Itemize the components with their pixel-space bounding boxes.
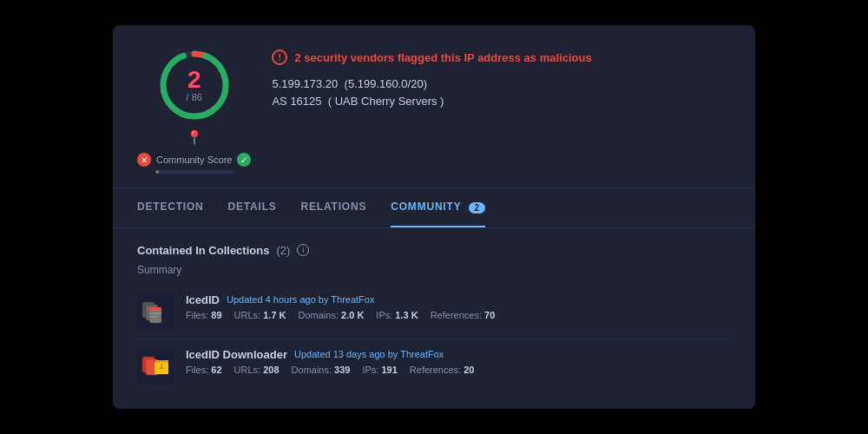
score-area: 2 / 86 📍 ✕ Community Score ✓ [137,46,251,174]
collection-item: IcedID Updated 4 hours ago by ThreatFox … [137,285,731,339]
icedid-downloader-update: Updated 13 days ago by ThreatFox [294,349,444,359]
alert-row: ! 2 security vendors flagged this IP add… [272,49,731,65]
svg-rect-7 [149,312,161,314]
info-area: ! 2 security vendors flagged this IP add… [272,46,731,174]
section-header: Contained In Collections (2) i [137,244,731,257]
icedid-downloader-icon [137,348,174,385]
check-icon: ✓ [237,153,251,167]
ip-address: 5.199.173.20 (5.199.160.0/20) [272,77,731,90]
location-icon: 📍 [186,129,203,146]
community-score-bar: ✕ Community Score ✓ [137,153,251,167]
main-card: 2 / 86 📍 ✕ Community Score ✓ ! 2 securit… [113,25,755,408]
score-bar-track [155,170,233,174]
collection-item: IcedID Downloader Updated 13 days ago by… [137,339,731,393]
info-icon[interactable]: i [297,244,309,256]
icedid-stats: Files: 89 URLs: 1.7 K Domains: 2.0 K IPs… [186,310,731,320]
svg-rect-8 [149,316,158,318]
icedid-downloader-name-row: IcedID Downloader Updated 13 days ago by… [186,348,731,361]
score-bar-fill [155,170,160,174]
tab-details[interactable]: DETAILS [228,188,277,227]
svg-rect-6 [149,307,161,311]
tab-community[interactable]: COMMUNITY 2 [391,188,485,227]
summary-label: Summary [137,264,731,276]
alert-text: 2 security vendors flagged this IP addre… [294,51,591,64]
top-section: 2 / 86 📍 ✕ Community Score ✓ ! 2 securit… [113,25,755,188]
svg-rect-13 [161,364,162,367]
section-count: (2) [276,244,290,257]
icedid-downloader-stats: Files: 62 URLs: 208 Domains: 339 IPs: 19… [186,365,731,375]
tab-relations[interactable]: RELATIONS [301,188,367,227]
section-title: Contained In Collections [137,244,269,257]
icedid-name-row: IcedID Updated 4 hours ago by ThreatFox [186,293,731,306]
score-total: / 86 [187,92,202,102]
alert-icon: ! [272,49,287,65]
x-icon: ✕ [137,153,151,167]
icedid-name: IcedID [186,293,220,306]
icedid-info: IcedID Updated 4 hours ago by ThreatFox … [186,293,731,320]
icedid-update: Updated 4 hours ago by ThreatFox [227,294,374,305]
community-badge: 2 [469,202,484,214]
icedid-downloader-info: IcedID Downloader Updated 13 days ago by… [186,348,731,375]
tab-detection[interactable]: DETECTION [137,188,204,227]
tabs-row: DETECTION DETAILS RELATIONS COMMUNITY 2 [113,188,755,227]
community-score-label: Community Score [156,155,232,165]
content-section: Contained In Collections (2) i Summary [113,228,755,409]
score-number: 2 [187,68,202,92]
icedid-downloader-name: IcedID Downloader [186,348,287,361]
donut-center: 2 / 86 [187,68,202,102]
icedid-icon [137,293,174,330]
as-info: AS 16125 ( UAB Cherry Servers ) [272,95,731,108]
score-donut: 2 / 86 [155,46,233,124]
